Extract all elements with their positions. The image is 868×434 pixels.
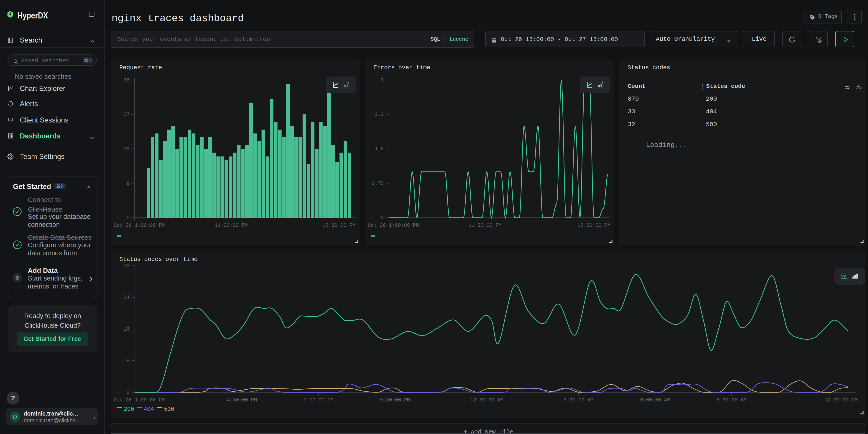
svg-text:7:00:00 PM: 7:00:00 PM <box>304 397 334 403</box>
svg-text:404: 404 <box>144 406 154 412</box>
svg-text:4:30:00 PM: 4:30:00 PM <box>227 397 257 403</box>
svg-text:12:30:00 PM: 12:30:00 PM <box>825 397 858 403</box>
svg-text:18: 18 <box>124 146 130 152</box>
svg-text:9:30:00 PM: 9:30:00 PM <box>380 397 410 403</box>
svg-text:9: 9 <box>127 181 130 186</box>
svg-text:Oct 26 1:00:00 PM: Oct 26 1:00:00 PM <box>114 397 165 403</box>
svg-text:8: 8 <box>127 358 130 364</box>
svg-text:16: 16 <box>124 327 130 332</box>
svg-text:200: 200 <box>124 406 134 412</box>
svg-text:0.75: 0.75 <box>372 181 384 186</box>
svg-text:0: 0 <box>127 215 130 221</box>
svg-text:27: 27 <box>124 112 130 118</box>
svg-text:24: 24 <box>124 295 130 301</box>
svg-text:Oct 26 1:00:00 PM: Oct 26 1:00:00 PM <box>114 223 165 228</box>
svg-text:32: 32 <box>124 263 130 269</box>
svg-text:500: 500 <box>164 406 174 412</box>
svg-text:12:30:00 PM: 12:30:00 PM <box>322 223 355 228</box>
svg-text:36: 36 <box>124 78 130 83</box>
svg-text:11:30:00 PM: 11:30:00 PM <box>215 223 248 228</box>
svg-text:11:30:00 PM: 11:30:00 PM <box>468 223 501 228</box>
svg-text:1.5: 1.5 <box>375 146 384 152</box>
svg-text:8:30:00 AM: 8:30:00 AM <box>717 397 747 403</box>
svg-text:3: 3 <box>381 78 384 83</box>
svg-text:2.3: 2.3 <box>375 112 384 118</box>
svg-text:12:30:00 AM: 12:30:00 AM <box>470 397 503 403</box>
svg-text:0: 0 <box>381 215 384 221</box>
svg-text:Oct 26 1:00:00 PM: Oct 26 1:00:00 PM <box>368 223 419 228</box>
svg-text:12:30:00 PM: 12:30:00 PM <box>578 223 611 228</box>
svg-text:0: 0 <box>127 390 130 396</box>
svg-text:3:30:00 AM: 3:30:00 AM <box>564 397 594 403</box>
svg-text:6:00:00 AM: 6:00:00 AM <box>640 397 670 403</box>
